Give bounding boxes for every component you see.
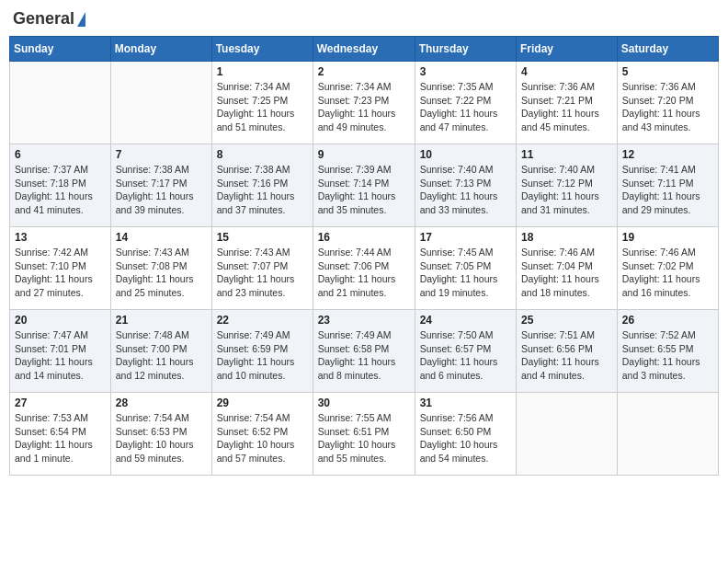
day-info: Sunrise: 7:41 AM Sunset: 7:11 PM Dayligh… [622,163,713,217]
day-number: 14 [116,231,207,244]
calendar-cell: 16Sunrise: 7:44 AM Sunset: 7:06 PM Dayli… [313,227,415,310]
day-info: Sunrise: 7:35 AM Sunset: 7:22 PM Dayligh… [420,80,511,134]
calendar-cell: 31Sunrise: 7:56 AM Sunset: 6:50 PM Dayli… [415,393,516,476]
day-info: Sunrise: 7:34 AM Sunset: 7:23 PM Dayligh… [318,80,410,134]
day-number: 20 [15,314,106,327]
calendar-cell: 10Sunrise: 7:40 AM Sunset: 7:13 PM Dayli… [415,144,516,227]
day-info: Sunrise: 7:40 AM Sunset: 7:13 PM Dayligh… [420,163,511,217]
day-info: Sunrise: 7:43 AM Sunset: 7:07 PM Dayligh… [217,246,308,300]
day-info: Sunrise: 7:43 AM Sunset: 7:08 PM Dayligh… [116,246,207,300]
day-number: 23 [318,314,410,327]
calendar-cell [617,393,718,476]
calendar-cell: 5Sunrise: 7:36 AM Sunset: 7:20 PM Daylig… [617,62,718,144]
day-number: 6 [15,148,106,161]
day-number: 16 [318,231,410,244]
day-number: 25 [521,314,612,327]
day-info: Sunrise: 7:54 AM Sunset: 6:52 PM Dayligh… [217,411,308,465]
day-info: Sunrise: 7:38 AM Sunset: 7:16 PM Dayligh… [217,163,308,217]
calendar-header-row: SundayMondayTuesdayWednesdayThursdayFrid… [10,37,719,62]
day-number: 8 [217,148,308,161]
day-number: 9 [318,148,410,161]
day-info: Sunrise: 7:46 AM Sunset: 7:02 PM Dayligh… [622,246,713,300]
day-number: 24 [420,314,511,327]
day-number: 7 [116,148,207,161]
calendar-day-header: Thursday [415,37,516,62]
day-info: Sunrise: 7:38 AM Sunset: 7:17 PM Dayligh… [116,163,207,217]
calendar-week-row: 6Sunrise: 7:37 AM Sunset: 7:18 PM Daylig… [10,144,719,227]
calendar-day-header: Friday [517,37,618,62]
calendar-cell: 4Sunrise: 7:36 AM Sunset: 7:21 PM Daylig… [517,62,618,144]
calendar-cell: 27Sunrise: 7:53 AM Sunset: 6:54 PM Dayli… [10,393,111,476]
calendar-cell: 22Sunrise: 7:49 AM Sunset: 6:59 PM Dayli… [211,310,313,393]
logo-general: General [13,9,74,29]
day-info: Sunrise: 7:46 AM Sunset: 7:04 PM Dayligh… [521,246,612,300]
calendar-table: SundayMondayTuesdayWednesdayThursdayFrid… [9,36,719,476]
day-info: Sunrise: 7:40 AM Sunset: 7:12 PM Dayligh… [521,163,612,217]
calendar-cell: 11Sunrise: 7:40 AM Sunset: 7:12 PM Dayli… [517,144,618,227]
calendar-cell: 15Sunrise: 7:43 AM Sunset: 7:07 PM Dayli… [211,227,313,310]
day-info: Sunrise: 7:56 AM Sunset: 6:50 PM Dayligh… [420,411,511,465]
day-number: 2 [318,65,410,78]
calendar-cell [110,62,211,144]
day-number: 29 [217,396,308,409]
day-number: 1 [217,65,308,78]
calendar-cell: 26Sunrise: 7:52 AM Sunset: 6:55 PM Dayli… [617,310,718,393]
day-info: Sunrise: 7:50 AM Sunset: 6:57 PM Dayligh… [420,328,511,383]
day-info: Sunrise: 7:52 AM Sunset: 6:55 PM Dayligh… [622,328,713,383]
calendar-cell: 30Sunrise: 7:55 AM Sunset: 6:51 PM Dayli… [313,393,415,476]
day-number: 31 [420,396,511,409]
day-number: 3 [420,65,511,78]
calendar-cell: 23Sunrise: 7:49 AM Sunset: 6:58 PM Dayli… [313,310,415,393]
calendar-cell: 29Sunrise: 7:54 AM Sunset: 6:52 PM Dayli… [211,393,313,476]
calendar-cell: 17Sunrise: 7:45 AM Sunset: 7:05 PM Dayli… [415,227,516,310]
day-info: Sunrise: 7:49 AM Sunset: 6:59 PM Dayligh… [217,328,308,383]
day-info: Sunrise: 7:53 AM Sunset: 6:54 PM Dayligh… [15,411,106,465]
calendar-week-row: 1Sunrise: 7:34 AM Sunset: 7:25 PM Daylig… [10,62,719,144]
calendar-week-row: 13Sunrise: 7:42 AM Sunset: 7:10 PM Dayli… [10,227,719,310]
calendar-cell: 21Sunrise: 7:48 AM Sunset: 7:00 PM Dayli… [110,310,211,393]
day-number: 4 [521,65,612,78]
day-info: Sunrise: 7:54 AM Sunset: 6:53 PM Dayligh… [116,411,207,465]
calendar-day-header: Monday [110,37,211,62]
day-number: 5 [622,65,713,78]
calendar-cell: 28Sunrise: 7:54 AM Sunset: 6:53 PM Dayli… [110,393,211,476]
day-info: Sunrise: 7:44 AM Sunset: 7:06 PM Dayligh… [318,246,410,300]
calendar-day-header: Saturday [617,37,718,62]
day-info: Sunrise: 7:37 AM Sunset: 7:18 PM Dayligh… [15,163,106,217]
calendar-cell [517,393,618,476]
calendar-cell: 1Sunrise: 7:34 AM Sunset: 7:25 PM Daylig… [211,62,313,144]
calendar-cell: 2Sunrise: 7:34 AM Sunset: 7:23 PM Daylig… [313,62,415,144]
day-info: Sunrise: 7:45 AM Sunset: 7:05 PM Dayligh… [420,246,511,300]
calendar-cell: 24Sunrise: 7:50 AM Sunset: 6:57 PM Dayli… [415,310,516,393]
calendar-day-header: Tuesday [211,37,313,62]
calendar-cell: 19Sunrise: 7:46 AM Sunset: 7:02 PM Dayli… [617,227,718,310]
calendar-cell: 13Sunrise: 7:42 AM Sunset: 7:10 PM Dayli… [10,227,111,310]
calendar-cell: 14Sunrise: 7:43 AM Sunset: 7:08 PM Dayli… [110,227,211,310]
calendar-cell: 20Sunrise: 7:47 AM Sunset: 7:01 PM Dayli… [10,310,111,393]
page-header: General [9,9,719,29]
day-number: 17 [420,231,511,244]
day-number: 19 [622,231,713,244]
day-number: 21 [116,314,207,327]
day-number: 18 [521,231,612,244]
calendar-cell: 25Sunrise: 7:51 AM Sunset: 6:56 PM Dayli… [517,310,618,393]
day-info: Sunrise: 7:39 AM Sunset: 7:14 PM Dayligh… [318,163,410,217]
day-number: 28 [116,396,207,409]
day-number: 10 [420,148,511,161]
day-number: 11 [521,148,612,161]
day-info: Sunrise: 7:36 AM Sunset: 7:21 PM Dayligh… [521,80,612,134]
day-number: 15 [217,231,308,244]
day-info: Sunrise: 7:49 AM Sunset: 6:58 PM Dayligh… [318,328,410,383]
calendar-cell [10,62,111,144]
calendar-cell: 7Sunrise: 7:38 AM Sunset: 7:17 PM Daylig… [110,144,211,227]
day-number: 12 [622,148,713,161]
calendar-cell: 12Sunrise: 7:41 AM Sunset: 7:11 PM Dayli… [617,144,718,227]
calendar-cell: 9Sunrise: 7:39 AM Sunset: 7:14 PM Daylig… [313,144,415,227]
calendar-week-row: 20Sunrise: 7:47 AM Sunset: 7:01 PM Dayli… [10,310,719,393]
day-info: Sunrise: 7:55 AM Sunset: 6:51 PM Dayligh… [318,411,410,465]
calendar-cell: 8Sunrise: 7:38 AM Sunset: 7:16 PM Daylig… [211,144,313,227]
calendar-cell: 18Sunrise: 7:46 AM Sunset: 7:04 PM Dayli… [517,227,618,310]
day-info: Sunrise: 7:34 AM Sunset: 7:25 PM Dayligh… [217,80,308,134]
day-info: Sunrise: 7:48 AM Sunset: 7:00 PM Dayligh… [116,328,207,383]
logo: General [13,9,85,29]
